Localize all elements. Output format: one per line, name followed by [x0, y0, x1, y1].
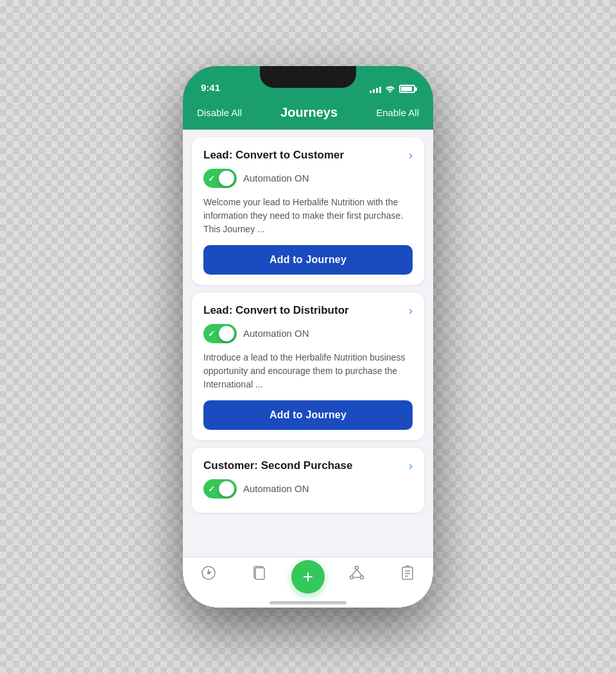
card-3-check-icon: ✓ — [208, 484, 215, 493]
network-icon — [348, 564, 366, 582]
battery-icon — [399, 85, 415, 93]
card-1-toggle[interactable]: ✓ — [203, 169, 237, 188]
svg-point-4 — [355, 566, 358, 569]
card-2-title: Lead: Convert to Distributor — [203, 304, 349, 317]
card-2-check-icon: ✓ — [208, 328, 215, 338]
journey-card-1: Lead: Convert to Customer › ✓ Automation… — [192, 137, 424, 285]
svg-rect-3 — [255, 568, 264, 579]
card-1-toggle-label: Automation ON — [243, 173, 309, 183]
card-3-header: Customer: Second Purchase › — [203, 459, 413, 473]
signal-bars-icon — [370, 85, 381, 93]
card-3-toggle-row: ✓ Automation ON — [203, 479, 413, 498]
journey-card-3: Customer: Second Purchase › ✓ Automation… — [192, 448, 424, 513]
enable-all-button[interactable]: Enable All — [375, 105, 420, 121]
tab-dashboard[interactable] — [189, 564, 228, 582]
card-2-toggle[interactable]: ✓ — [203, 324, 237, 343]
card-1-check-icon: ✓ — [208, 173, 215, 183]
nav-header: Disable All Journeys Enable All — [183, 98, 433, 130]
notch — [260, 66, 356, 88]
status-icons — [370, 84, 415, 94]
card-1-title: Lead: Convert to Customer — [203, 149, 344, 162]
tab-bar: + — [183, 557, 433, 608]
phone-screen: 9:41 Disable All — [183, 66, 433, 608]
pages-icon — [250, 564, 268, 582]
status-time: 9:41 — [201, 82, 220, 94]
dashboard-icon — [200, 564, 218, 582]
card-1-description: Welcome your lead to Herbalife Nutrition… — [203, 196, 413, 236]
plus-icon: + — [303, 568, 313, 586]
card-2-toggle-row: ✓ Automation ON — [203, 324, 413, 343]
tab-add-button[interactable]: + — [291, 560, 325, 593]
card-2-add-journey-button[interactable]: Add to Journey — [203, 400, 413, 430]
clipboard-icon — [398, 564, 416, 582]
journey-card-2: Lead: Convert to Distributor › ✓ Automat… — [192, 293, 424, 440]
card-1-header: Lead: Convert to Customer › — [203, 149, 413, 162]
card-3-title: Customer: Second Purchase — [203, 459, 352, 472]
svg-point-1 — [207, 572, 209, 574]
wifi-icon — [385, 84, 395, 94]
svg-point-5 — [350, 575, 353, 579]
card-1-chevron-icon[interactable]: › — [409, 149, 413, 162]
card-2-header: Lead: Convert to Distributor › — [203, 304, 413, 318]
card-1-add-journey-button[interactable]: Add to Journey — [203, 245, 413, 275]
svg-line-7 — [352, 569, 357, 575]
disable-all-button[interactable]: Disable All — [196, 105, 243, 121]
card-2-toggle-label: Automation ON — [243, 328, 309, 339]
card-1-toggle-row: ✓ Automation ON — [203, 169, 413, 188]
card-3-chevron-icon[interactable]: › — [409, 459, 413, 473]
svg-line-8 — [357, 569, 362, 575]
tab-clipboard[interactable] — [388, 564, 427, 582]
tab-pages[interactable] — [240, 564, 278, 582]
card-3-toggle-label: Automation ON — [243, 483, 309, 494]
page-title: Journeys — [280, 105, 338, 120]
card-2-description: Introduce a lead to the Herbalife Nutrit… — [203, 351, 413, 391]
phone-shell: 9:41 Disable All — [183, 66, 433, 608]
svg-point-6 — [360, 575, 363, 579]
card-2-chevron-icon[interactable]: › — [409, 304, 413, 318]
home-indicator — [270, 601, 346, 604]
tab-network[interactable] — [338, 564, 376, 582]
content-area: Lead: Convert to Customer › ✓ Automation… — [183, 130, 433, 557]
card-3-toggle[interactable]: ✓ — [203, 479, 237, 498]
